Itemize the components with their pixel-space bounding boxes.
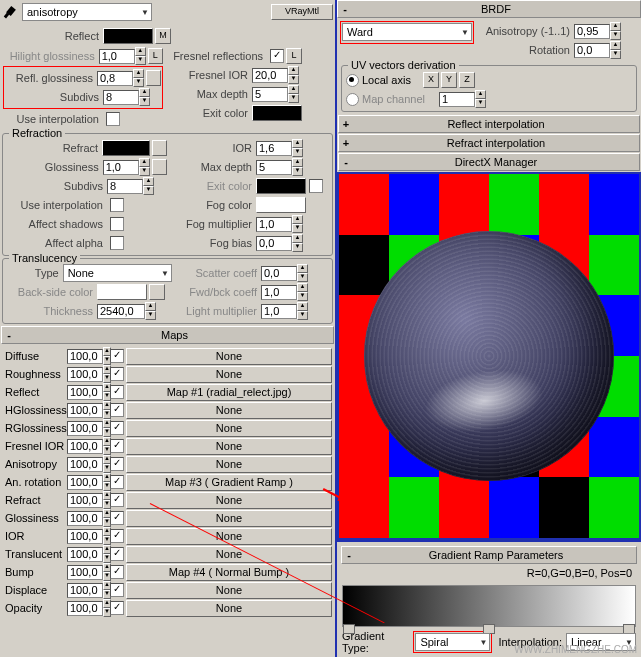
refl-gloss-input[interactable]: [97, 71, 133, 86]
translucency-group: Translucency TypeNone Back-side color Th…: [2, 258, 333, 324]
map-amount-input[interactable]: [67, 439, 103, 454]
refr-maxdepth-input[interactable]: [256, 160, 292, 175]
map-enable-check[interactable]: ✓: [110, 565, 124, 579]
map-slot-button[interactable]: None: [126, 546, 332, 563]
anisotropy-input[interactable]: [574, 24, 610, 39]
ior-input[interactable]: [256, 141, 292, 156]
map-enable-check[interactable]: ✓: [110, 457, 124, 471]
map-amount-input[interactable]: [67, 565, 103, 580]
exit-color-swatch[interactable]: [252, 105, 302, 121]
map-slot-button[interactable]: Map #4 ( Normal Bump ): [126, 564, 332, 581]
map-enable-check[interactable]: ✓: [110, 547, 124, 561]
hilight-lock-button[interactable]: L: [148, 48, 163, 64]
watermark: WWW.ZHIMENGZHE.COM: [514, 644, 637, 655]
fog-color-swatch[interactable]: [256, 197, 306, 213]
thickness-input: [97, 304, 145, 319]
map-slot-button[interactable]: None: [126, 582, 332, 599]
rollup-header[interactable]: +Reflect interpolation: [338, 115, 640, 133]
map-enable-check[interactable]: ✓: [110, 475, 124, 489]
map-slot-button[interactable]: Map #1 (radial_relect.jpg): [126, 384, 332, 401]
backside-swatch[interactable]: [97, 284, 147, 300]
map-enable-check[interactable]: ✓: [110, 529, 124, 543]
refr-gloss-input[interactable]: [103, 160, 139, 175]
map-amount-input[interactable]: [67, 583, 103, 598]
axis-y-button[interactable]: Y: [441, 72, 457, 88]
maps-rollup-header[interactable]: -Maps: [1, 326, 334, 344]
map-enable-check[interactable]: ✓: [110, 583, 124, 597]
gradient-bar[interactable]: [342, 585, 636, 627]
map-slot-button[interactable]: None: [126, 420, 332, 437]
local-axis-radio[interactable]: [346, 74, 359, 87]
subdivs-input[interactable]: [103, 90, 139, 105]
affect-alpha-check[interactable]: [110, 236, 124, 250]
map-amount-input[interactable]: [67, 385, 103, 400]
refr-subdivs-input[interactable]: [107, 179, 143, 194]
map-amount-input[interactable]: [67, 367, 103, 382]
map-channel-input: [439, 92, 475, 107]
map-amount-input[interactable]: [67, 511, 103, 526]
map-name: Refract: [3, 494, 67, 506]
hilight-gloss-label: Hilight glossiness: [3, 50, 99, 62]
affect-shadows-check[interactable]: [110, 217, 124, 231]
map-amount-input[interactable]: [67, 601, 103, 616]
fresnel-check[interactable]: ✓: [270, 49, 284, 63]
map-slot-button[interactable]: None: [126, 366, 332, 383]
map-enable-check[interactable]: ✓: [110, 511, 124, 525]
material-class-button[interactable]: VRayMtl: [271, 4, 333, 20]
map-enable-check[interactable]: ✓: [110, 439, 124, 453]
map-enable-check[interactable]: ✓: [110, 349, 124, 363]
fog-bias-input[interactable]: [256, 236, 292, 251]
fresnel-ior-input[interactable]: [252, 68, 288, 83]
eyedropper-icon[interactable]: [2, 4, 18, 20]
refr-exit-swatch[interactable]: [256, 178, 306, 194]
fresnel-lock[interactable]: L: [286, 48, 302, 64]
refract-swatch[interactable]: [102, 140, 150, 156]
max-depth-input[interactable]: [252, 87, 288, 102]
map-amount-input[interactable]: [67, 403, 103, 418]
map-amount-input[interactable]: [67, 475, 103, 490]
map-amount-input[interactable]: [67, 547, 103, 562]
map-enable-check[interactable]: ✓: [110, 367, 124, 381]
map-name: Diffuse: [3, 350, 67, 362]
translucency-type-dropdown[interactable]: None: [63, 264, 172, 282]
material-type-dropdown[interactable]: anisotropy: [22, 3, 152, 21]
map-amount-input[interactable]: [67, 421, 103, 436]
map-amount-input[interactable]: [67, 529, 103, 544]
axis-z-button[interactable]: Z: [459, 72, 475, 88]
reflect-swatch[interactable]: [103, 28, 153, 44]
map-slot-button[interactable]: Map #3 ( Gradient Ramp ): [126, 474, 332, 491]
axis-x-button[interactable]: X: [423, 72, 439, 88]
map-name: Roughness: [3, 368, 67, 380]
map-enable-check[interactable]: ✓: [110, 493, 124, 507]
map-slot-button[interactable]: None: [126, 510, 332, 527]
map-slot-button[interactable]: None: [126, 438, 332, 455]
map-amount-input[interactable]: [67, 493, 103, 508]
map-slot-button[interactable]: None: [126, 528, 332, 545]
map-enable-check[interactable]: ✓: [110, 385, 124, 399]
refr-interp-check[interactable]: [110, 198, 124, 212]
map-name: RGlossiness: [3, 422, 67, 434]
map-slot-button[interactable]: None: [126, 600, 332, 617]
brdf-type-dropdown[interactable]: Ward: [342, 23, 472, 41]
use-interp-check[interactable]: [106, 112, 120, 126]
refraction-group: Refraction Refract Glossiness▲▼ Subdivs▲…: [2, 133, 333, 256]
map-amount-input[interactable]: [67, 349, 103, 364]
map-enable-check[interactable]: ✓: [110, 601, 124, 615]
gradient-type-dropdown[interactable]: Spiral: [415, 633, 490, 651]
map-channel-radio[interactable]: [346, 93, 359, 106]
map-name: Opacity: [3, 602, 67, 614]
map-slot-button[interactable]: None: [126, 402, 332, 419]
rotation-input[interactable]: [574, 43, 610, 58]
map-amount-input[interactable]: [67, 457, 103, 472]
map-enable-check[interactable]: ✓: [110, 421, 124, 435]
rollup-header[interactable]: -DirectX Manager: [338, 153, 640, 171]
map-enable-check[interactable]: ✓: [110, 403, 124, 417]
refl-gloss-slot[interactable]: [146, 70, 161, 86]
map-slot-button[interactable]: None: [126, 456, 332, 473]
brdf-title: BRDF: [352, 3, 640, 15]
reflect-map-button[interactable]: M: [155, 28, 171, 44]
rollup-header[interactable]: +Refract interpolation: [338, 134, 640, 152]
fog-mult-input[interactable]: [256, 217, 292, 232]
map-name: Anisotropy: [3, 458, 67, 470]
map-slot-button[interactable]: None: [126, 348, 332, 365]
